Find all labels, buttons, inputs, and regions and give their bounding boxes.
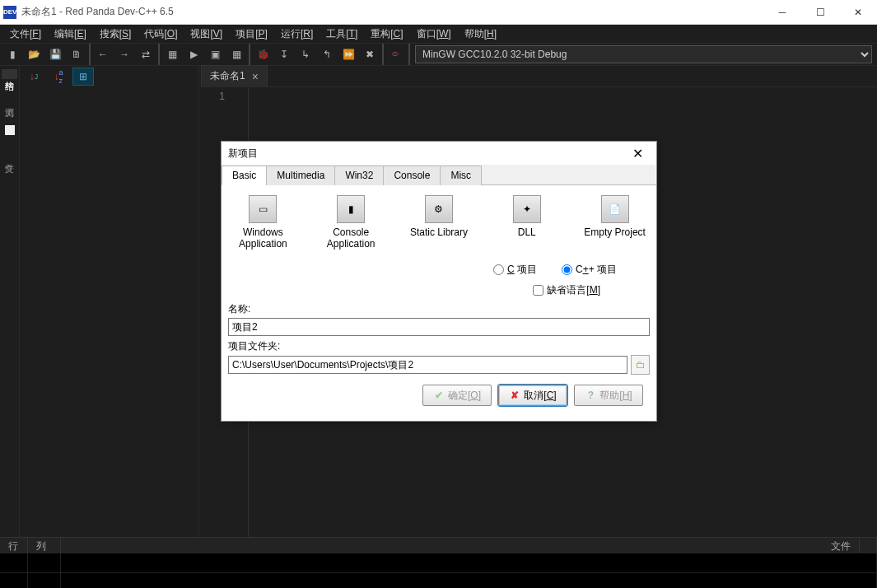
dialog-tab-console[interactable]: Console xyxy=(383,166,441,185)
project-type-label: DLL xyxy=(495,226,558,238)
project-type-icon: ▮ xyxy=(337,195,365,223)
browse-folder-button[interactable]: 🗀 xyxy=(631,355,650,375)
default-lang-checkbox[interactable]: 缺省语言[M] xyxy=(533,283,600,297)
radio-c-project[interactable]: C C 项目项目 xyxy=(493,263,537,277)
new-project-dialog: 新项目 ✕ BasicMultimediaWin32ConsoleMisc ▭W… xyxy=(221,141,657,422)
dialog-titlebar: 新项目 ✕ xyxy=(222,142,656,165)
radio-c-input[interactable] xyxy=(493,264,504,275)
dialog-tab-misc[interactable]: Misc xyxy=(440,166,482,185)
project-type-icon: 📄 xyxy=(601,195,629,223)
ok-button[interactable]: ✔ 确定[O] xyxy=(422,385,492,406)
project-type-1[interactable]: ▮Console Application xyxy=(320,195,383,250)
project-type-label: Console Application xyxy=(320,226,383,250)
dialog-mask: 新项目 ✕ BasicMultimediaWin32ConsoleMisc ▭W… xyxy=(0,0,877,588)
project-type-0[interactable]: ▭Windows Application xyxy=(231,195,295,250)
help-icon: ? xyxy=(585,390,596,401)
project-type-label: Static Library xyxy=(408,226,471,238)
dialog-close-icon[interactable]: ✕ xyxy=(625,146,650,161)
project-type-2[interactable]: ⚙Static Library xyxy=(408,195,471,250)
project-types: ▭Windows Application▮Console Application… xyxy=(228,192,650,259)
project-name-input[interactable] xyxy=(228,318,650,336)
project-type-icon: ⚙ xyxy=(425,195,453,223)
project-type-icon: ✦ xyxy=(513,195,541,223)
project-type-label: Windows Application xyxy=(231,226,295,250)
dialog-tabs: BasicMultimediaWin32ConsoleMisc xyxy=(222,165,656,185)
radio-cpp-project[interactable]: C++ 项目 xyxy=(562,263,617,277)
cancel-button[interactable]: ✘ 取消[C] xyxy=(498,385,567,406)
folder-icon: 🗀 xyxy=(636,359,646,371)
dialog-tab-multimedia[interactable]: Multimedia xyxy=(266,166,335,185)
project-type-4[interactable]: 📄Empty Project xyxy=(583,195,646,250)
x-icon: ✘ xyxy=(509,390,520,401)
dialog-tab-basic[interactable]: Basic xyxy=(222,166,267,185)
name-label: 名称: xyxy=(228,302,650,316)
radio-cpp-input[interactable] xyxy=(562,264,572,275)
project-type-icon: ▭ xyxy=(249,195,277,223)
dialog-title: 新项目 xyxy=(228,147,625,161)
dialog-tab-win32[interactable]: Win32 xyxy=(334,166,384,185)
default-lang-input[interactable] xyxy=(533,285,543,296)
folder-label: 项目文件夹: xyxy=(228,339,650,353)
check-icon: ✔ xyxy=(433,390,445,401)
help-button[interactable]: ? 帮助[H] xyxy=(574,385,643,406)
project-type-3[interactable]: ✦DLL xyxy=(495,195,558,250)
project-folder-input[interactable] xyxy=(228,356,627,374)
project-type-label: Empty Project xyxy=(583,226,646,238)
